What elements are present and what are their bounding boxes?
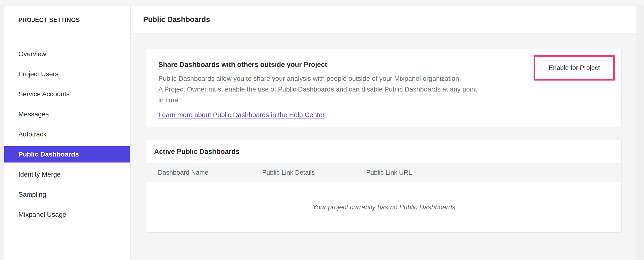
sidebar-item-mixpanel-usage[interactable]: Mixpanel Usage xyxy=(4,206,130,223)
column-public-link-url: Public Link URL xyxy=(366,169,621,176)
sidebar-item-public-dashboards[interactable]: Public Dashboards xyxy=(4,146,130,163)
sidebar-title: PROJECT SETTINGS xyxy=(4,6,130,23)
share-card-description-line: in time. xyxy=(158,95,514,105)
share-card-description-line: Public Dashboards allow you to share you… xyxy=(158,73,514,84)
share-card-description-line: A Project Owner must enable the use of P… xyxy=(158,84,514,95)
project-settings-sidebar: PROJECT SETTINGS Overview Project Users … xyxy=(4,6,131,260)
arrow-right-icon: → xyxy=(328,111,335,119)
sidebar-item-project-users[interactable]: Project Users xyxy=(4,66,130,82)
sidebar-item-service-accounts[interactable]: Service Accounts xyxy=(4,86,130,102)
active-card-title: Active Public Dashboards xyxy=(154,148,240,156)
help-link-row: Learn more about Public Dashboards in th… xyxy=(158,110,610,120)
help-center-link[interactable]: Learn more about Public Dashboards in th… xyxy=(158,111,324,119)
sidebar-item-messages[interactable]: Messages xyxy=(4,106,130,122)
sidebar-item-identity-merge[interactable]: Identity Merge xyxy=(4,166,130,183)
sidebar-item-overview[interactable]: Overview xyxy=(4,46,130,62)
column-dashboard-name: Dashboard Name xyxy=(146,169,262,176)
sidebar-item-sampling[interactable]: Sampling xyxy=(4,186,130,203)
main-body: Share Dashboards with others outside you… xyxy=(131,34,636,259)
empty-state-message: Your project currently has no Public Das… xyxy=(312,203,455,211)
share-dashboards-card: Share Dashboards with others outside you… xyxy=(146,49,622,127)
main-header: Public Dashboards xyxy=(131,6,636,34)
top-band xyxy=(0,0,644,5)
table-empty-row: Your project currently has no Public Das… xyxy=(146,182,621,232)
active-card-title-row: Active Public Dashboards xyxy=(146,140,621,164)
share-card-description: Public Dashboards allow you to share you… xyxy=(158,73,514,105)
active-dashboards-card: Active Public Dashboards Dashboard Name … xyxy=(146,140,622,233)
enable-button-highlight-box: Enable for Project xyxy=(534,55,615,81)
enable-for-project-button[interactable]: Enable for Project xyxy=(540,60,608,75)
sidebar-item-autotrack[interactable]: Autotrack xyxy=(4,126,130,143)
main-panel: Public Dashboards Share Dashboards with … xyxy=(131,6,636,260)
table-header-row: Dashboard Name Public Link Details Publi… xyxy=(146,164,621,182)
sidebar-nav: Overview Project Users Service Accounts … xyxy=(4,46,130,223)
page-title: Public Dashboards xyxy=(143,15,210,24)
column-public-link-details: Public Link Details xyxy=(262,169,366,176)
